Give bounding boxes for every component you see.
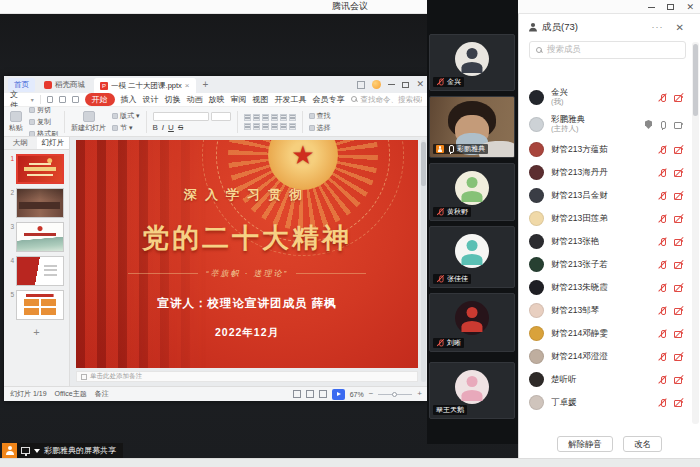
panel-close-icon[interactable]: ✕	[676, 22, 684, 33]
copy-button[interactable]: 复制	[29, 117, 58, 127]
undo-icon[interactable]	[59, 96, 66, 103]
member-row[interactable]: 财管213吕金财	[519, 184, 690, 207]
font-size-select[interactable]	[211, 112, 231, 121]
video-tile[interactable]: 翠王天鹅	[429, 362, 515, 419]
bullets-button[interactable]	[280, 114, 287, 121]
mic-muted-icon[interactable]	[658, 214, 667, 224]
scrollbar-thumb[interactable]	[421, 142, 426, 186]
mic-muted-icon[interactable]	[658, 352, 667, 362]
mic-muted-icon[interactable]	[658, 191, 667, 201]
camera-muted-icon[interactable]	[673, 398, 684, 408]
rename-button[interactable]: 改名	[623, 436, 662, 452]
video-tile[interactable]: 彩鹏雅典	[429, 96, 515, 158]
menu-view[interactable]: 视图	[253, 94, 269, 105]
camera-muted-icon[interactable]	[673, 329, 684, 339]
tab-close-icon[interactable]: ×	[185, 81, 190, 90]
add-slide-button[interactable]: +	[4, 326, 69, 338]
layout-button[interactable]: 版式 ▾	[112, 111, 140, 121]
video-tile[interactable]: 张佳佳	[429, 226, 515, 288]
mic-muted-icon[interactable]	[658, 398, 667, 408]
reading-view-icon[interactable]	[319, 390, 327, 398]
camera-muted-icon[interactable]	[673, 214, 684, 224]
member-row[interactable]: 财管213张艳	[519, 230, 690, 253]
indent-decrease-button[interactable]	[244, 123, 251, 130]
tab-outline[interactable]: 大纲	[4, 137, 37, 149]
notes-bar[interactable]: 单击此处添加备注	[76, 371, 418, 382]
camera-muted-icon[interactable]	[673, 237, 684, 247]
member-row[interactable]: 彩鹏雅典(主持人)	[519, 111, 690, 138]
slide-thumbnail-4[interactable]: 4	[7, 256, 66, 286]
bold-button[interactable]: B	[153, 123, 158, 132]
slide-thumbnail-3[interactable]: 3	[7, 222, 66, 252]
slide-thumbnail-1[interactable]: 1	[7, 154, 66, 184]
menu-devtools[interactable]: 开发工具	[275, 94, 307, 105]
shape-fill-button[interactable]	[289, 123, 296, 130]
member-row[interactable]: 财管213朱晓霞	[519, 276, 690, 299]
align-center-button[interactable]	[253, 114, 260, 121]
redo-icon[interactable]	[72, 96, 79, 103]
align-right-button[interactable]	[262, 114, 269, 121]
italic-button[interactable]: I	[162, 123, 164, 132]
align-left-button[interactable]	[244, 114, 251, 121]
line-spacing-button[interactable]	[262, 123, 269, 130]
menu-transition[interactable]: 切换	[165, 94, 181, 105]
maximize-icon[interactable]	[667, 4, 674, 10]
status-notes[interactable]: 备注	[95, 389, 109, 399]
camera-muted-icon[interactable]	[673, 306, 684, 316]
mic-muted-icon[interactable]	[658, 237, 667, 247]
cut-button[interactable]: 剪切	[29, 107, 58, 115]
video-tile[interactable]: 金兴	[429, 34, 515, 91]
normal-view-icon[interactable]	[293, 390, 301, 398]
camera-muted-icon[interactable]	[673, 283, 684, 293]
menu-review[interactable]: 审阅	[231, 94, 247, 105]
strikethrough-button[interactable]: S	[178, 123, 183, 132]
members-scrollbar[interactable]	[692, 42, 699, 424]
mic-muted-icon[interactable]	[658, 306, 667, 316]
camera-muted-icon[interactable]	[673, 352, 684, 362]
slideshow-play-button[interactable]	[332, 389, 345, 400]
slide-thumbnail-2[interactable]: 2	[7, 188, 66, 218]
command-search[interactable]: 查找命令、搜索模板	[351, 95, 422, 105]
wps-document-tab[interactable]: P 一模 二十大团课.pptx ×	[94, 78, 196, 93]
member-row[interactable]: 财管213田莲弟	[519, 207, 690, 230]
member-orb-icon[interactable]	[372, 80, 381, 89]
zoom-out-icon[interactable]: −	[369, 390, 374, 398]
minimize-icon[interactable]	[648, 7, 655, 8]
member-row[interactable]: 财管214邓静雯	[519, 322, 690, 345]
find-button[interactable]: 查找	[309, 111, 331, 121]
paste-button[interactable]: 粘贴	[9, 111, 23, 133]
numbering-button[interactable]	[289, 114, 296, 121]
zoom-slider[interactable]	[378, 394, 412, 395]
camera-on-icon[interactable]	[673, 120, 684, 130]
mic-muted-icon[interactable]	[658, 93, 667, 103]
camera-muted-icon[interactable]	[673, 93, 684, 103]
underline-button[interactable]: U	[168, 123, 174, 132]
member-row[interactable]: 财管213邹琴	[519, 299, 690, 322]
new-tab-button[interactable]: +	[200, 79, 212, 90]
member-row[interactable]: 财管213海丹丹	[519, 161, 690, 184]
mic-muted-icon[interactable]	[658, 375, 667, 385]
save-icon[interactable]	[47, 96, 54, 103]
text-direction-button[interactable]	[271, 123, 278, 130]
member-search-input[interactable]: 搜索成员	[529, 41, 686, 59]
zoom-in-icon[interactable]: +	[417, 390, 422, 398]
columns-button[interactable]	[280, 123, 287, 130]
wps-maximize-icon[interactable]	[402, 82, 409, 88]
menu-member[interactable]: 会员专享	[313, 94, 345, 105]
format-painter-button[interactable]: 格式刷	[29, 129, 58, 138]
current-slide[interactable]: ★ 深入学习贯彻 党的二十大精神 “举旗帜 · 送理论” 宣讲人：校理论宣讲团成…	[76, 140, 418, 368]
mic-muted-icon[interactable]	[658, 260, 667, 270]
member-row[interactable]: 范亚卓	[519, 414, 690, 418]
menu-home[interactable]: 开始	[85, 93, 115, 106]
select-button[interactable]: 选择	[309, 123, 331, 133]
video-tile[interactable]: 黄秋野	[429, 163, 515, 221]
new-slide-button[interactable]: 新建幻灯片	[71, 111, 106, 133]
font-family-select[interactable]	[153, 112, 209, 121]
justify-button[interactable]	[271, 114, 278, 121]
wps-docer-tab[interactable]: 稻壳商城	[39, 78, 90, 92]
scrollbar-thumb[interactable]	[693, 44, 698, 116]
menu-insert[interactable]: 插入	[121, 94, 137, 105]
more-options-icon[interactable]: ···	[652, 22, 664, 32]
apps-grid-icon[interactable]	[357, 81, 365, 89]
menu-slideshow[interactable]: 放映	[209, 94, 225, 105]
